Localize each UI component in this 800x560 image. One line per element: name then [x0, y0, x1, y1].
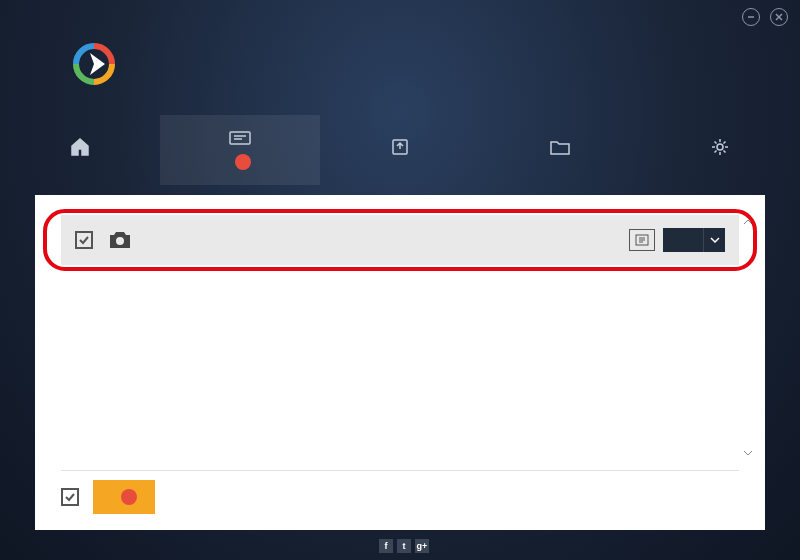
camera-icon — [107, 229, 133, 251]
svg-rect-4 — [230, 132, 250, 144]
details-button[interactable] — [629, 229, 655, 251]
nav-settings[interactable] — [640, 115, 800, 185]
updates-badge — [235, 154, 251, 170]
monitor-icon — [228, 130, 252, 148]
folder-icon — [549, 138, 571, 156]
backup-icon — [390, 137, 410, 157]
scroll-up[interactable] — [741, 215, 755, 229]
download-badge — [121, 489, 137, 505]
brand-logo — [70, 40, 132, 88]
driver-row-highlighted[interactable] — [61, 215, 739, 265]
nav-driver-updates[interactable] — [160, 115, 320, 185]
nav-backup[interactable] — [320, 115, 480, 185]
scroll-down[interactable] — [741, 446, 755, 460]
svg-point-9 — [116, 237, 124, 245]
home-icon — [69, 137, 91, 157]
update-button[interactable] — [663, 228, 703, 252]
copyright-bar: f t g+ — [0, 539, 800, 553]
scrollbar[interactable] — [741, 215, 755, 460]
checkbox-selected[interactable] — [75, 231, 93, 249]
chevron-down-icon — [710, 237, 720, 243]
download-install-button[interactable] — [93, 480, 155, 514]
twitter-link[interactable]: t — [397, 539, 411, 553]
footer-row — [61, 470, 739, 512]
close-button[interactable] — [770, 8, 788, 26]
nav-home[interactable] — [0, 115, 160, 185]
update-dropdown[interactable] — [703, 228, 725, 252]
content-panel — [35, 195, 765, 530]
facebook-link[interactable]: f — [379, 539, 393, 553]
nav-restore[interactable] — [480, 115, 640, 185]
select-all-checkbox[interactable] — [61, 488, 79, 506]
minimize-button[interactable] — [742, 8, 760, 26]
gear-icon — [710, 137, 730, 157]
logo-icon — [70, 40, 118, 88]
main-nav — [0, 115, 800, 185]
gplus-link[interactable]: g+ — [415, 539, 429, 553]
svg-point-8 — [717, 144, 723, 150]
